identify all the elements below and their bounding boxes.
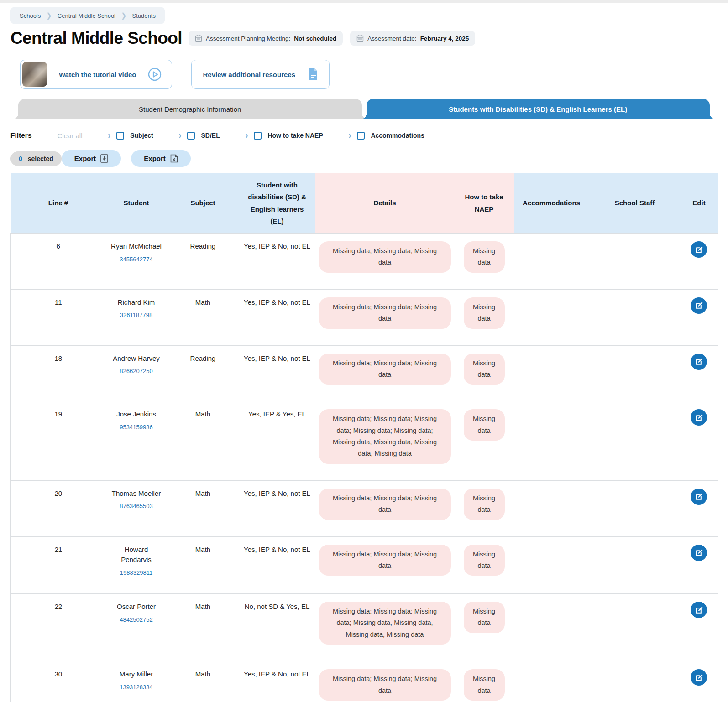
student-cell: Oscar Porter 4842502752 <box>106 594 167 661</box>
edit-pencil-icon <box>695 245 703 254</box>
edit-cell <box>681 401 718 481</box>
clear-all-filters-button[interactable]: Clear all <box>58 132 83 140</box>
edit-button[interactable] <box>691 297 707 314</box>
chevron-right-icon[interactable]: › <box>349 130 351 141</box>
selected-label: selected <box>28 155 53 162</box>
export-excel-button[interactable]: Export <box>131 150 191 167</box>
student-id[interactable]: 1988329811 <box>110 568 163 577</box>
student-name: Thomas Moeller <box>110 489 163 499</box>
tab-students-with-disabilities-english-learners[interactable]: Students with Disabilities (SD) & Englis… <box>367 99 710 119</box>
column-header-accommodations: Accommodations <box>514 173 589 234</box>
missing-data-details-badge: Missing data; Missing data; Missing data <box>319 545 451 576</box>
accommodations-cell <box>514 234 589 290</box>
filter-group-how-to-take-naep: › How to take NAEP <box>246 131 323 140</box>
missing-data-naep-badge: Missing data <box>464 545 505 576</box>
filters-row: Filters Clear all › Subject › SD/EL › Ho… <box>10 131 718 140</box>
edit-button[interactable] <box>691 602 707 618</box>
table-row: 6 Ryan McMichael 3455642774 Reading Yes,… <box>11 234 718 290</box>
filter-group-subject: › Subject <box>108 131 153 140</box>
edit-button[interactable] <box>691 241 707 258</box>
additional-resources-label: Review additional resources <box>203 71 295 78</box>
subject-cell: Math <box>167 594 239 661</box>
column-header-line: Line # <box>11 173 106 234</box>
calendar-icon <box>356 35 364 42</box>
student-id[interactable]: 1393128334 <box>110 683 163 692</box>
subject-filter-checkbox[interactable] <box>116 132 124 140</box>
edit-pencil-icon <box>695 413 703 422</box>
sd-el-cell: Yes, IEP & No, not EL <box>239 536 315 594</box>
how-to-take-naep-cell: Missing data <box>455 234 514 290</box>
play-icon <box>148 68 162 81</box>
missing-data-details-badge: Missing data; Missing data; Missing data <box>319 241 451 273</box>
column-header-student: Student <box>106 173 167 234</box>
pdf-file-icon <box>100 154 108 163</box>
table-row: 20 Thomas Moeller 8763465503 Math Yes, I… <box>11 480 718 536</box>
student-name: Oscar Porter <box>110 602 163 612</box>
chevron-right-icon[interactable]: › <box>179 130 182 141</box>
line-number-cell: 21 <box>11 536 106 594</box>
edit-button[interactable] <box>691 669 707 686</box>
title-row: Central Middle School Assessment Plannin… <box>10 29 718 48</box>
how-to-take-naep-cell: Missing data <box>455 345 514 401</box>
video-thumbnail <box>22 62 47 87</box>
table-row: 21 Howard Pendarvis 1988329811 Math Yes,… <box>11 536 718 594</box>
naep-filter-checkbox[interactable] <box>254 132 262 140</box>
school-staff-cell <box>589 536 681 594</box>
assessment-date-badge: Assessment date: February 4, 2025 <box>350 31 475 46</box>
planning-meeting-badge: Assessment Planning Meeting: Not schedul… <box>189 31 343 46</box>
sdel-filter-label: SD/EL <box>201 132 220 139</box>
action-cards: Watch the tutorial video Review addition… <box>20 60 718 89</box>
table-row: 11 Richard Kim 3261187798 Math Yes, IEP … <box>11 289 718 345</box>
top-strip <box>0 0 728 3</box>
details-cell: Missing data; Missing data; Missing data <box>315 536 455 594</box>
accommodations-cell <box>514 536 589 594</box>
naep-filter-label: How to take NAEP <box>267 132 323 139</box>
column-header-details: Details <box>315 173 455 234</box>
student-name: Mary Miller <box>110 669 163 680</box>
edit-button[interactable] <box>691 354 707 370</box>
student-name: Ryan McMichael <box>110 241 163 252</box>
missing-data-details-badge: Missing data; Missing data; Missing data <box>319 669 451 701</box>
student-id[interactable]: 8763465503 <box>110 502 163 511</box>
subject-cell: Reading <box>167 345 239 401</box>
student-id[interactable]: 3455642774 <box>110 255 163 264</box>
chevron-right-icon[interactable]: › <box>108 130 111 141</box>
how-to-take-naep-cell: Missing data <box>455 661 514 702</box>
student-name: Richard Kim <box>110 297 163 308</box>
tab-student-demographic-information[interactable]: Student Demographic Information <box>18 99 362 119</box>
accommodations-filter-checkbox[interactable] <box>357 132 365 140</box>
line-number-cell: 6 <box>11 234 106 290</box>
sd-el-cell: Yes, IEP & No, not EL <box>239 480 315 536</box>
subject-cell: Math <box>167 289 239 345</box>
excel-file-icon <box>170 154 178 163</box>
edit-button[interactable] <box>691 489 707 505</box>
student-cell: Mary Miller 1393128334 <box>106 661 167 702</box>
student-id[interactable]: 3261187798 <box>110 311 163 320</box>
student-id[interactable]: 9534159936 <box>110 423 163 432</box>
student-id[interactable]: 4842502752 <box>110 615 163 624</box>
table-row: 22 Oscar Porter 4842502752 Math No, not … <box>11 594 718 661</box>
details-cell: Missing data; Missing data; Missing data <box>315 480 455 536</box>
edit-button[interactable] <box>691 545 707 561</box>
missing-data-details-badge: Missing data; Missing data; Missing data <box>319 489 451 520</box>
table-row: 19 Jose Jenkins 9534159936 Math Yes, IEP… <box>11 401 718 481</box>
chevron-right-icon[interactable]: › <box>246 130 248 141</box>
edit-button[interactable] <box>691 409 707 426</box>
column-header-school-staff: School Staff <box>589 173 681 234</box>
edit-cell <box>681 594 718 661</box>
breadcrumb-item-school[interactable]: Central Middle School <box>58 12 115 19</box>
student-cell: Howard Pendarvis 1988329811 <box>106 536 167 594</box>
subject-cell: Reading <box>167 234 239 290</box>
breadcrumb-item-schools[interactable]: Schools <box>20 12 41 19</box>
filter-group-accommodations: › Accommodations <box>349 131 424 140</box>
student-id[interactable]: 8266207250 <box>110 367 163 376</box>
assessment-date-label: Assessment date: <box>367 35 416 42</box>
student-cell: Ryan McMichael 3455642774 <box>106 234 167 290</box>
sdel-filter-checkbox[interactable] <box>187 132 195 140</box>
tutorial-video-card[interactable]: Watch the tutorial video <box>20 60 172 89</box>
export-pdf-button[interactable]: Export <box>62 150 121 167</box>
tab-bar: Student Demographic Information Students… <box>18 99 710 119</box>
edit-cell <box>681 234 718 290</box>
breadcrumb-item-students[interactable]: Students <box>132 12 156 19</box>
additional-resources-card[interactable]: Review additional resources <box>191 60 330 89</box>
